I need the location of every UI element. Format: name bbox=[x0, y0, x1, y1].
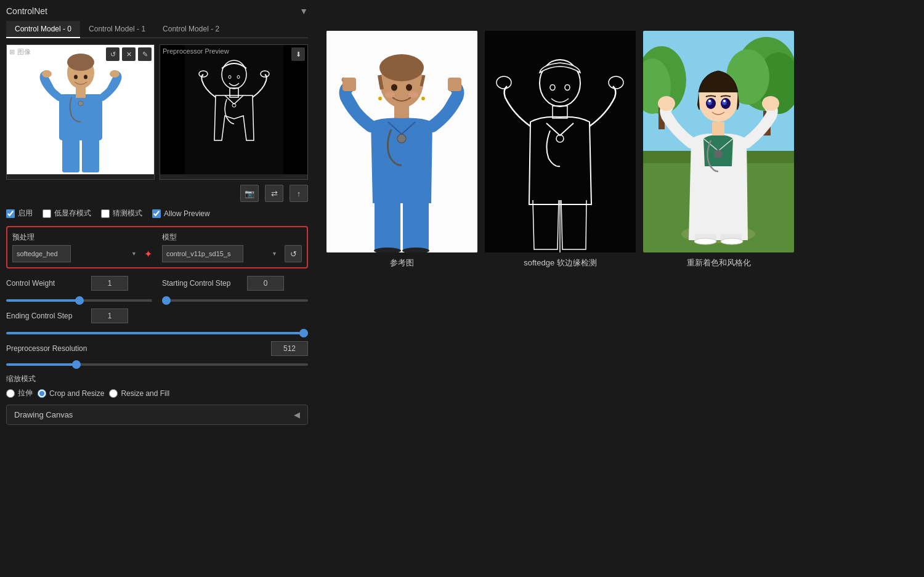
enable-checkbox-item[interactable]: 启用 bbox=[6, 208, 33, 219]
svg-point-11 bbox=[78, 101, 83, 106]
input-image-box: ⊞ 图像 ↺ ✕ ✎ bbox=[6, 44, 155, 180]
resolution-label: Preprocessor Resolution bbox=[6, 344, 87, 353]
image-row: ⊞ 图像 ↺ ✕ ✎ bbox=[6, 44, 308, 180]
collapse-button[interactable]: ▼ bbox=[299, 6, 308, 16]
svg-point-25 bbox=[397, 134, 406, 143]
svg-point-2 bbox=[67, 54, 94, 71]
guess-mode-checkbox-item[interactable]: 猜测模式 bbox=[101, 208, 142, 219]
enable-checkbox[interactable] bbox=[6, 209, 15, 218]
low-memory-checkbox-item[interactable]: 低显存模式 bbox=[43, 208, 91, 219]
options-row: 启用 低显存模式 猜测模式 Allow Preview bbox=[6, 208, 308, 219]
softedge-image-box bbox=[485, 31, 636, 252]
low-memory-checkbox[interactable] bbox=[43, 209, 51, 218]
result-item-anime: 重新着色和风格化 bbox=[643, 31, 794, 268]
left-panel: ControlNet ▼ Control Model - 0 Control M… bbox=[0, 0, 314, 577]
svg-rect-28 bbox=[375, 200, 400, 251]
allow-preview-checkbox[interactable] bbox=[152, 209, 161, 218]
svg-point-10 bbox=[84, 75, 87, 79]
resize-fill-radio[interactable] bbox=[109, 389, 118, 398]
svg-point-71 bbox=[694, 238, 716, 244]
upload-button[interactable]: ↑ bbox=[290, 185, 308, 202]
svg-point-37 bbox=[421, 97, 425, 100]
control-weight-label: Control Weight bbox=[6, 279, 86, 288]
model-section: 预处理 softedge_hed softedge_pidinet hed no… bbox=[6, 226, 308, 268]
scale-mode-label: 缩放模式 bbox=[6, 374, 308, 384]
camera-button[interactable]: 📷 bbox=[240, 185, 259, 202]
control-weight-slider[interactable] bbox=[6, 299, 152, 302]
preprocessor-select-row: softedge_hed softedge_pidinet hed none ✦ bbox=[12, 245, 152, 262]
svg-point-34 bbox=[385, 92, 395, 98]
refresh-image-button[interactable]: ↺ bbox=[106, 47, 120, 61]
reference-image-box bbox=[326, 31, 477, 252]
preview-image-controls: ⬇ bbox=[291, 47, 305, 61]
crop-resize-radio[interactable] bbox=[38, 389, 46, 398]
dual-slider-row: Control Weight Starting Control Step bbox=[6, 276, 308, 304]
result-grid: 参考图 bbox=[326, 31, 794, 268]
starting-step-value[interactable] bbox=[247, 276, 284, 291]
svg-point-23 bbox=[379, 54, 424, 81]
svg-point-33 bbox=[406, 84, 412, 91]
model-select-row: control_v11p_sd15_s control_v11p_sd15_he… bbox=[162, 245, 302, 262]
svg-point-65 bbox=[723, 100, 726, 102]
softedge-image-svg bbox=[485, 31, 636, 252]
model-label: 模型 bbox=[162, 232, 302, 243]
svg-rect-12 bbox=[185, 45, 283, 174]
preview-image-label: Preprocessor Preview bbox=[163, 47, 229, 55]
svg-point-36 bbox=[378, 97, 382, 100]
svg-point-66 bbox=[714, 150, 723, 158]
tab-control-model-1[interactable]: Control Model - 1 bbox=[80, 21, 154, 38]
star-icon: ✦ bbox=[144, 248, 152, 260]
anime-image-box bbox=[643, 31, 794, 252]
edit-image-button[interactable]: ✎ bbox=[138, 47, 152, 61]
svg-rect-26 bbox=[342, 78, 356, 91]
swap-button[interactable]: ⇄ bbox=[265, 185, 283, 202]
accordion-title: Drawing Canvas bbox=[14, 410, 73, 419]
allow-preview-checkbox-item[interactable]: Allow Preview bbox=[152, 209, 210, 218]
guess-mode-checkbox[interactable] bbox=[101, 209, 110, 218]
svg-point-5 bbox=[42, 70, 52, 78]
download-preview-button[interactable]: ⬇ bbox=[291, 47, 305, 61]
starting-step-slider[interactable] bbox=[162, 299, 308, 302]
preprocessor-select-wrapper: softedge_hed softedge_pidinet hed none bbox=[12, 245, 140, 262]
svg-rect-29 bbox=[403, 200, 429, 251]
model-row: 预处理 softedge_hed softedge_pidinet hed no… bbox=[12, 232, 302, 262]
action-row: 📷 ⇄ ↑ bbox=[6, 185, 308, 202]
close-image-button[interactable]: ✕ bbox=[122, 47, 136, 61]
accordion-header[interactable]: Drawing Canvas ◀ bbox=[7, 405, 307, 424]
result-item-reference: 参考图 bbox=[326, 31, 477, 268]
anime-label: 重新着色和风格化 bbox=[687, 257, 751, 268]
tab-bar: Control Model - 0 Control Model - 1 Cont… bbox=[6, 21, 308, 38]
preprocessor-label: 预处理 bbox=[12, 232, 152, 243]
svg-point-67 bbox=[658, 96, 675, 111]
input-image-label: ⊞ 图像 bbox=[9, 47, 31, 57]
svg-point-68 bbox=[762, 96, 779, 111]
control-weight-col: Control Weight bbox=[6, 276, 152, 304]
resolution-slider[interactable] bbox=[6, 363, 308, 366]
resolution-value[interactable] bbox=[271, 341, 308, 356]
svg-rect-27 bbox=[448, 78, 461, 91]
control-weight-row: Control Weight bbox=[6, 276, 152, 291]
input-image-content[interactable] bbox=[7, 45, 154, 174]
stretch-radio-item[interactable]: 拉伸 bbox=[6, 388, 33, 398]
control-weight-value[interactable] bbox=[91, 276, 128, 291]
crop-resize-radio-item[interactable]: Crop and Resize bbox=[38, 388, 104, 398]
ending-step-value[interactable] bbox=[91, 309, 128, 323]
model-select-wrapper: control_v11p_sd15_s control_v11p_sd15_he… bbox=[162, 245, 281, 262]
resize-fill-radio-item[interactable]: Resize and Fill bbox=[109, 388, 169, 398]
svg-point-9 bbox=[74, 75, 78, 79]
ending-step-label: Ending Control Step bbox=[6, 312, 86, 320]
panel-title: ControlNet bbox=[6, 6, 47, 16]
tab-control-model-0[interactable]: Control Model - 0 bbox=[6, 21, 80, 38]
stretch-radio[interactable] bbox=[6, 389, 15, 398]
ending-step-slider[interactable] bbox=[6, 332, 308, 334]
tab-control-model-2[interactable]: Control Model - 2 bbox=[154, 21, 228, 38]
scale-section: 缩放模式 拉伸 Crop and Resize Resize and Fill bbox=[6, 374, 308, 398]
preprocessor-select[interactable]: softedge_hed softedge_pidinet hed none bbox=[12, 245, 71, 262]
svg-rect-24 bbox=[394, 106, 409, 119]
model-refresh-button[interactable]: ↺ bbox=[285, 245, 302, 262]
softedge-label: softedge 软边缘检测 bbox=[524, 257, 597, 268]
starting-step-col: Starting Control Step bbox=[162, 276, 308, 304]
model-select[interactable]: control_v11p_sd15_s control_v11p_sd15_he… bbox=[162, 245, 243, 262]
result-item-softedge: softedge 软边缘检测 bbox=[485, 31, 636, 268]
drawing-canvas-accordion: Drawing Canvas ◀ bbox=[6, 405, 308, 425]
